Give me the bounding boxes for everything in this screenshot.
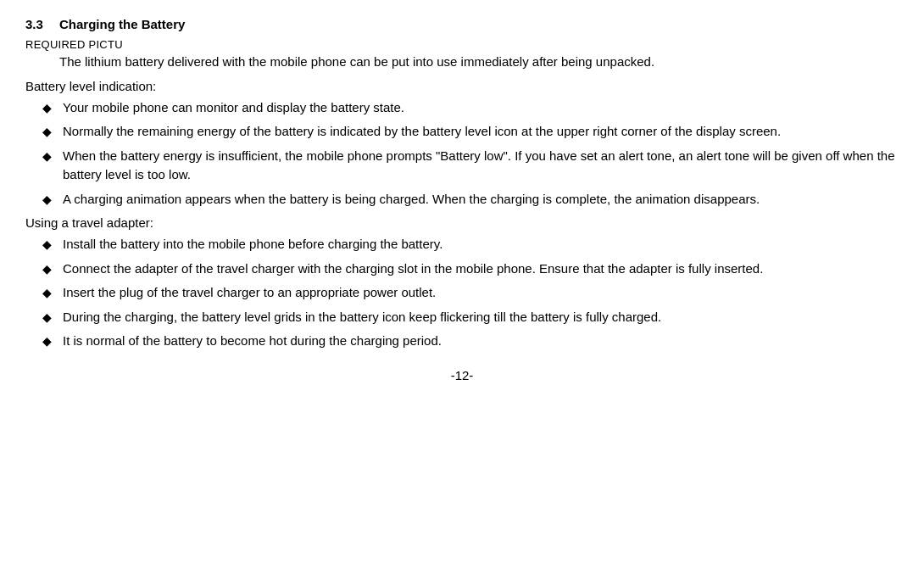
- bullet-diamond-icon: ◆: [42, 191, 58, 209]
- bullet-text: When the battery energy is insufficient,…: [63, 147, 899, 185]
- bullet-text: Connect the adapter of the travel charge…: [63, 260, 899, 279]
- bullet-text: Normally the remaining energy of the bat…: [63, 122, 899, 142]
- list-item: ◆ During the charging, the battery level…: [25, 308, 899, 327]
- list-item: ◆ It is normal of the battery to become …: [25, 332, 899, 351]
- list-item: ◆ When the battery energy is insufficien…: [25, 147, 899, 185]
- bullet-diamond-icon: ◆: [42, 236, 58, 254]
- battery-bullet-list: ◆ Your mobile phone can monitor and disp…: [25, 98, 899, 209]
- section-header: 3.3 Charging the Battery: [25, 17, 899, 31]
- bullet-diamond-icon: ◆: [42, 309, 58, 326]
- page-number: -12-: [25, 368, 899, 382]
- list-item: ◆ Your mobile phone can monitor and disp…: [25, 98, 899, 118]
- bullet-diamond-icon: ◆: [42, 148, 58, 165]
- battery-level-label: Battery level indication:: [25, 79, 899, 93]
- section-title: Charging the Battery: [59, 17, 185, 31]
- bullet-diamond-icon: ◆: [42, 332, 58, 350]
- bullet-text: Insert the plug of the travel charger to…: [63, 283, 899, 303]
- bullet-diamond-icon: ◆: [42, 284, 58, 302]
- list-item: ◆ Insert the plug of the travel charger …: [25, 283, 899, 303]
- section-number: 3.3: [25, 17, 49, 31]
- list-item: ◆ Install the battery into the mobile ph…: [25, 235, 899, 254]
- bullet-diamond-icon: ◆: [42, 260, 58, 278]
- bullet-diamond-icon: ◆: [42, 99, 58, 117]
- list-item: ◆ Normally the remaining energy of the b…: [25, 122, 899, 142]
- bullet-diamond-icon: ◆: [42, 123, 58, 141]
- list-item: ◆ A charging animation appears when the …: [25, 190, 899, 209]
- required-pictu-label: REQUIRED PICTU: [25, 38, 899, 51]
- bullet-text: Install the battery into the mobile phon…: [63, 235, 899, 254]
- travel-adapter-label: Using a travel adapter:: [25, 215, 899, 230]
- intro-paragraph: The lithium battery delivered with the m…: [59, 53, 899, 72]
- bullet-text: A charging animation appears when the ba…: [63, 190, 899, 209]
- bullet-text: Your mobile phone can monitor and displa…: [63, 98, 899, 118]
- bullet-text: During the charging, the battery level g…: [63, 308, 899, 327]
- bullet-text: It is normal of the battery to become ho…: [63, 332, 899, 351]
- travel-bullet-list: ◆ Install the battery into the mobile ph…: [25, 235, 899, 351]
- list-item: ◆ Connect the adapter of the travel char…: [25, 260, 899, 279]
